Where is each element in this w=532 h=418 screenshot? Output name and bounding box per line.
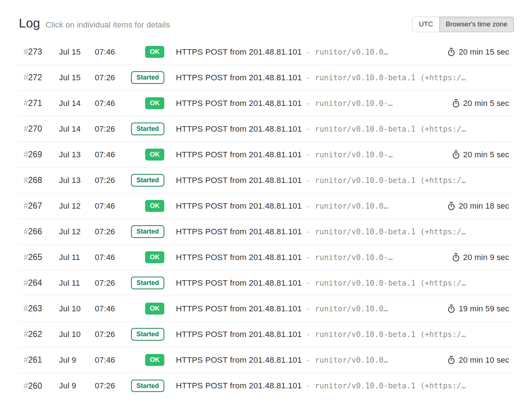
entry-time: 07:26 — [95, 278, 131, 288]
entry-date: Jul 14 — [59, 124, 95, 134]
log-page: Log Click on individual items for detail… — [0, 0, 532, 418]
hash-prefix: # — [24, 73, 28, 82]
event-text: HTTPS POST from 201.48.81.101 — [176, 381, 302, 391]
log-row[interactable]: #264Jul 1107:26StartedHTTPS POST from 20… — [18, 270, 514, 296]
log-row[interactable]: #260Jul 907:26StartedHTTPS POST from 201… — [18, 373, 514, 399]
entry-number-value: 261 — [28, 355, 42, 364]
log-row[interactable]: #273Jul 1507:46OKHTTPS POST from 201.48.… — [18, 39, 514, 65]
status-badge-cell: Started — [131, 71, 164, 84]
log-row[interactable]: #262Jul 1007:26StartedHTTPS POST from 20… — [18, 322, 514, 347]
entry-date: Jul 10 — [59, 330, 95, 339]
log-row[interactable]: #263Jul 1007:46OKHTTPS POST from 201.48.… — [18, 296, 514, 322]
separator-dash: - — [306, 150, 311, 159]
status-badge-cell: OK — [145, 149, 164, 161]
event-text: HTTPS POST from 201.48.81.101 — [176, 355, 302, 365]
hash-prefix: # — [24, 355, 28, 364]
stopwatch-icon — [452, 253, 460, 262]
separator-dash: - — [306, 330, 311, 339]
event-text: HTTPS POST from 201.48.81.101 — [176, 201, 302, 211]
event-text: HTTPS POST from 201.48.81.101 — [176, 47, 302, 57]
log-row[interactable]: #267Jul 1207:46OKHTTPS POST from 201.48.… — [18, 193, 514, 219]
event-description: HTTPS POST from 201.48.81.101-runitor/v0… — [164, 176, 514, 185]
entry-time: 07:46 — [95, 201, 131, 211]
status-badge: OK — [145, 46, 164, 58]
event-description: HTTPS POST from 201.48.81.101-runitor/v0… — [164, 381, 514, 391]
status-badge: OK — [145, 97, 164, 109]
stopwatch-icon — [447, 304, 455, 313]
user-agent-text: runitor/v0.10.0-beta.1 (+https:/… — [315, 176, 466, 185]
utc-button[interactable]: UTC — [412, 17, 439, 32]
event-description: HTTPS POST from 201.48.81.101-runitor/v0… — [164, 278, 514, 288]
entry-number: #264 — [18, 278, 59, 288]
separator-dash: - — [306, 227, 311, 236]
hash-prefix: # — [24, 150, 28, 159]
entry-date: Jul 11 — [59, 278, 95, 288]
event-description: HTTPS POST from 201.48.81.101-runitor/v0… — [164, 355, 439, 365]
event-description: HTTPS POST from 201.48.81.101-runitor/v0… — [164, 150, 443, 159]
status-badge: Started — [131, 174, 164, 187]
hash-prefix: # — [24, 329, 28, 339]
entry-number-value: 264 — [28, 278, 42, 287]
stopwatch-icon — [447, 48, 455, 56]
entry-time: 07:46 — [95, 304, 131, 314]
stopwatch-icon — [447, 356, 455, 364]
hash-prefix: # — [24, 304, 28, 313]
entry-date: Jul 11 — [59, 253, 95, 262]
separator-dash: - — [306, 202, 311, 210]
event-text: HTTPS POST from 201.48.81.101 — [176, 227, 302, 236]
entry-date: Jul 12 — [59, 201, 95, 211]
status-badge: OK — [145, 149, 164, 161]
stopwatch-icon — [447, 202, 455, 210]
entry-date: Jul 15 — [59, 47, 95, 57]
page-header: Log Click on individual items for detail… — [18, 0, 514, 39]
entry-time: 07:26 — [95, 124, 131, 134]
log-row[interactable]: #271Jul 1407:46OKHTTPS POST from 201.48.… — [18, 91, 514, 116]
status-badge: OK — [145, 251, 164, 263]
log-row[interactable]: #261Jul 907:46OKHTTPS POST from 201.48.8… — [18, 347, 514, 373]
log-row[interactable]: #266Jul 1207:26StartedHTTPS POST from 20… — [18, 219, 514, 245]
hash-prefix: # — [24, 124, 28, 133]
entry-number-value: 273 — [28, 47, 42, 56]
log-row[interactable]: #269Jul 1307:46OKHTTPS POST from 201.48.… — [18, 142, 514, 168]
user-agent-text: runitor/v0.10.0-… — [315, 99, 393, 108]
log-row[interactable]: #270Jul 1407:26StartedHTTPS POST from 20… — [18, 116, 514, 142]
duration-cell: 20 min 5 sec — [443, 99, 514, 108]
hash-prefix: # — [24, 201, 28, 210]
log-row[interactable]: #272Jul 1507:26StartedHTTPS POST from 20… — [18, 65, 514, 91]
entry-time: 07:26 — [95, 227, 131, 236]
status-badge-cell: OK — [145, 251, 164, 263]
user-agent-text: runitor/v0.10.0… — [315, 48, 388, 56]
entry-date: Jul 13 — [59, 150, 95, 159]
entry-date: Jul 12 — [59, 227, 95, 236]
duration-cell: 20 min 9 sec — [443, 253, 514, 262]
entry-number: #263 — [18, 304, 59, 314]
status-badge-cell: Started — [131, 277, 164, 289]
event-text: HTTPS POST from 201.48.81.101 — [176, 176, 302, 185]
duration-cell: 20 min 18 sec — [439, 201, 514, 211]
page-subtitle: Click on individual items for details — [46, 20, 170, 30]
event-description: HTTPS POST from 201.48.81.101-runitor/v0… — [164, 304, 439, 314]
entry-time: 07:46 — [95, 99, 131, 108]
entry-time: 07:46 — [95, 355, 131, 365]
log-table: #273Jul 1507:46OKHTTPS POST from 201.48.… — [18, 39, 514, 399]
entry-time: 07:46 — [95, 253, 131, 262]
log-row[interactable]: #265Jul 1107:46OKHTTPS POST from 201.48.… — [18, 245, 514, 270]
log-row[interactable]: #268Jul 1307:26StartedHTTPS POST from 20… — [18, 168, 514, 193]
duration-text: 20 min 5 sec — [463, 99, 509, 108]
user-agent-text: runitor/v0.10.0… — [315, 304, 388, 313]
user-agent-text: runitor/v0.10.0-… — [315, 150, 393, 159]
entry-date: Jul 9 — [59, 381, 95, 391]
entry-number: #268 — [18, 175, 59, 185]
user-agent-text: runitor/v0.10.0-beta.1 (+https:/… — [315, 73, 466, 82]
status-badge-cell: Started — [131, 328, 164, 341]
event-text: HTTPS POST from 201.48.81.101 — [176, 99, 302, 108]
event-description: HTTPS POST from 201.48.81.101-runitor/v0… — [164, 201, 439, 211]
duration-text: 20 min 18 sec — [459, 201, 509, 211]
browser-timezone-button[interactable]: Browser's time zone — [439, 17, 514, 32]
duration-text: 19 min 59 sec — [459, 304, 509, 314]
page-title: Log — [19, 16, 40, 30]
entry-date: Jul 9 — [59, 355, 95, 365]
user-agent-text: runitor/v0.10.0… — [315, 202, 388, 210]
separator-dash: - — [306, 279, 311, 287]
event-description: HTTPS POST from 201.48.81.101-runitor/v0… — [164, 47, 439, 57]
